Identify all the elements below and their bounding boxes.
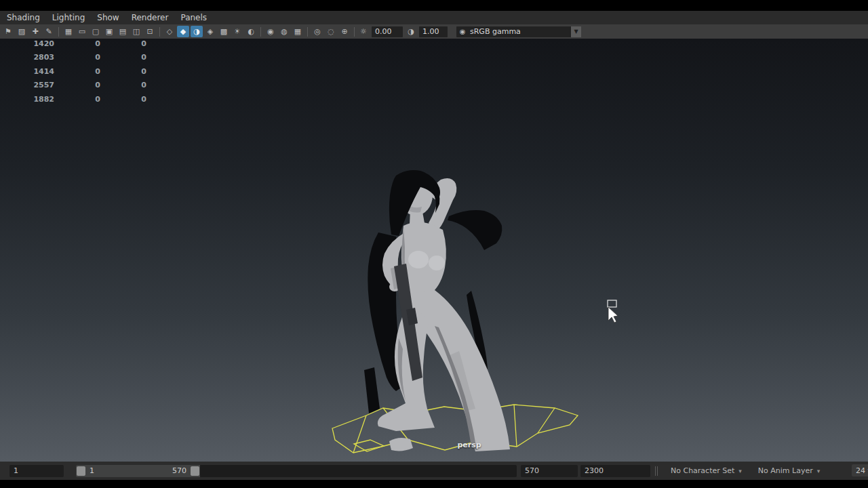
character-set-dropdown[interactable]: No Character Set ▾ (665, 465, 747, 477)
toolbar-divider (354, 27, 355, 37)
wireframe-on-shaded-icon[interactable]: ◈ (204, 26, 216, 37)
playback-end-field[interactable]: 570 (521, 465, 578, 477)
color-management-icon: ◉ (456, 28, 469, 35)
hud-count-total: 2803 (0, 51, 54, 65)
grease-pencil-icon[interactable]: ✎ (43, 26, 55, 37)
gamma-field[interactable]: 1.00 (419, 26, 448, 37)
plugin-shading-icon[interactable]: ⊕ (338, 26, 351, 37)
exposure-field[interactable]: 0.00 (372, 26, 403, 37)
image-plane-icon[interactable]: ▨ (16, 26, 28, 37)
character-model (378, 175, 510, 451)
view-transform-value: sRGB gamma (469, 27, 571, 36)
range-slider-track[interactable]: 1 570 (76, 465, 517, 477)
hud-count-col2: 0 (54, 64, 100, 79)
toolbar-divider (58, 27, 59, 37)
hud-count-total: 2557 (0, 79, 54, 93)
default-material-icon[interactable]: ▩ (218, 26, 230, 37)
grid-icon[interactable]: ▦ (62, 26, 75, 37)
shadows-icon[interactable]: ◐ (245, 26, 257, 37)
isolate-select-icon[interactable]: ◎ (311, 26, 323, 37)
field-chart-icon[interactable]: ▤ (117, 26, 129, 37)
range-slider-selection[interactable]: 1 570 (76, 465, 200, 477)
range-start-handle[interactable] (77, 466, 85, 476)
xray-icon[interactable]: ◌ (325, 26, 337, 37)
toolbar-divider (159, 27, 160, 37)
view-transform-combo[interactable]: ◉ sRGB gamma ▼ (456, 26, 581, 37)
timeline-splitter[interactable] (653, 465, 660, 477)
gamma-icon[interactable]: ◑ (405, 26, 417, 37)
menu-renderer[interactable]: Renderer (125, 13, 175, 22)
panel-menubar: Shading Lighting Show Renderer Panels (0, 11, 868, 24)
hud-count-col3: 0 (100, 92, 146, 106)
combo-dropdown-arrow-icon[interactable]: ▼ (571, 26, 581, 37)
current-frame-field[interactable]: 1 (9, 465, 64, 477)
exposure-icon[interactable]: ☼ (357, 26, 370, 37)
film-gate-icon[interactable]: ▭ (76, 26, 88, 37)
camera-name-label: persp (439, 441, 499, 449)
chevron-down-icon: ▾ (817, 468, 821, 474)
multisample-icon[interactable]: ▦ (292, 26, 304, 37)
character-blade (364, 367, 380, 413)
character-cape (364, 210, 502, 413)
motion-blur-icon[interactable]: ◍ (278, 26, 290, 37)
hud-count-col3: 0 (100, 79, 146, 93)
hud-count-col3: 0 (100, 64, 146, 79)
toolbar-icon-strip: ⚑ ▨ ✚ ✎ ▦ ▭ ▢ ▣ ▤ ◫ ⊡ ◇ (1, 26, 357, 37)
fps-button[interactable]: 24 f (852, 464, 868, 476)
wireframe-icon[interactable]: ◇ (163, 26, 176, 37)
resolution-gate-icon[interactable]: ▢ (90, 26, 102, 37)
range-end-label: 570 (169, 466, 190, 475)
letterbox-top (0, 0, 868, 11)
menu-show[interactable]: Show (91, 13, 125, 22)
occlusion-icon[interactable]: ◉ (264, 26, 277, 37)
hud-count-col2: 0 (54, 92, 100, 106)
character-rifle (391, 264, 422, 381)
pan-zoom-2d-icon[interactable]: ✚ (29, 26, 41, 37)
animation-end-field[interactable]: 2300 (580, 465, 650, 477)
maya-viewport-window: Shading Lighting Show Renderer Panels ⚑ … (0, 0, 868, 488)
hud-poly-counts: 1420 0 0 2803 0 0 1414 0 0 2557 (0, 37, 146, 106)
toolbar-divider (307, 27, 308, 37)
anim-layer-dropdown[interactable]: No Anim Layer ▾ (753, 465, 825, 477)
range-end-handle[interactable] (191, 466, 199, 476)
safe-action-icon[interactable]: ◫ (130, 26, 142, 37)
menu-shading[interactable]: Shading (1, 13, 46, 22)
menu-panels[interactable]: Panels (174, 13, 213, 22)
hud-count-total: 1414 (0, 64, 54, 79)
hud-count-col2: 0 (54, 51, 100, 65)
character-shading (398, 204, 477, 450)
lights-icon[interactable]: ☀ (231, 26, 243, 37)
range-start-label: 1 (86, 466, 98, 475)
safe-title-icon[interactable]: ⊡ (144, 26, 156, 37)
anim-layer-label: No Anim Layer (758, 466, 813, 475)
menu-lighting[interactable]: Lighting (46, 13, 92, 22)
bookmark-icon[interactable]: ⚑ (2, 26, 14, 37)
smooth-shade-icon[interactable]: ◆ (177, 26, 189, 37)
chevron-down-icon: ▾ (738, 468, 742, 474)
character-hair (389, 170, 440, 236)
toolbar-divider (260, 27, 261, 37)
mouse-cursor (608, 300, 618, 323)
textured-icon[interactable]: ◑ (191, 26, 203, 37)
gate-mask-icon[interactable]: ▣ (103, 26, 115, 37)
hud-count-total: 1420 (0, 37, 54, 51)
character-set-label: No Character Set (671, 466, 734, 475)
hud-count-col2: 0 (54, 37, 100, 51)
hud-count-col2: 0 (54, 79, 100, 93)
perspective-viewport[interactable]: 1420 0 0 2803 0 0 1414 0 0 2557 (0, 39, 868, 462)
letterbox-bottom (0, 480, 868, 488)
hud-count-total: 1882 (0, 92, 54, 106)
hud-count-col3: 0 (100, 37, 146, 51)
range-slider-bar: 1 1 570 570 2300 No Character Set ▾ No A… (0, 462, 868, 480)
hud-count-col3: 0 (100, 51, 146, 65)
